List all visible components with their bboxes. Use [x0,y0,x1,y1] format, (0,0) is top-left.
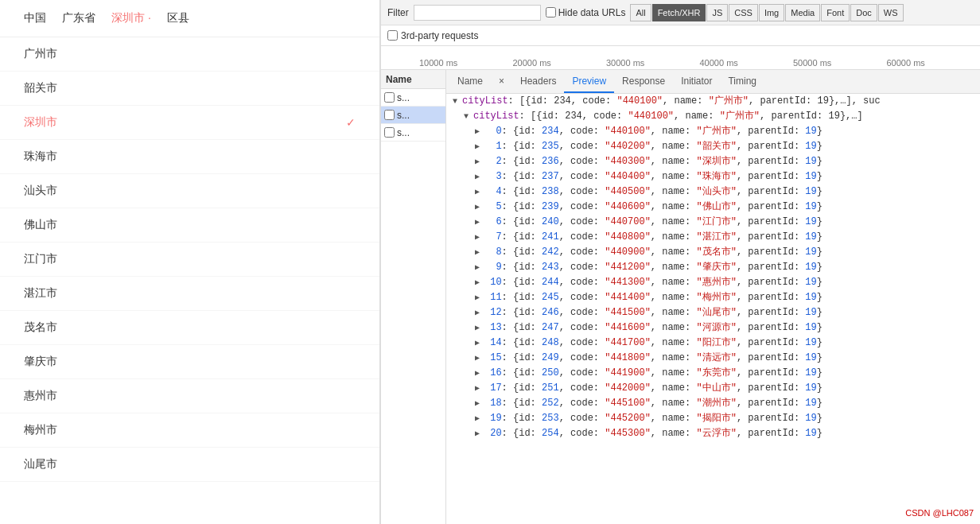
filter-btn-css[interactable]: CSS [729,4,758,21]
city-item-0[interactable]: 广州市 [0,37,379,72]
expand-icon[interactable]: ▶ [475,367,483,381]
city-item-6[interactable]: 江门市 [0,243,379,277]
expand-icon[interactable]: ▶ [475,427,483,441]
tab-headers[interactable]: Headers [512,70,564,93]
breadcrumb-item-2[interactable]: 深圳市 · [103,8,159,29]
tab-preview[interactable]: Preview [564,70,614,93]
expand-icon[interactable]: ▶ [475,200,483,215]
city-item-4[interactable]: 汕头市 [0,174,379,208]
city-item-2[interactable]: 深圳市✓ [0,106,379,140]
expand-icon[interactable]: ▶ [475,321,483,336]
preview-row: ▶ 4: {id: 238, code: "440500", name: "汕头… [446,184,980,200]
preview-row: ▶ 10: {id: 244, code: "441300", name: "惠… [446,275,980,290]
expand-icon[interactable]: ▶ [475,336,483,351]
preview-row: ▶ 14: {id: 248, code: "441700", name: "阳… [446,336,980,351]
filter-btn-all[interactable]: All [630,4,651,21]
city-selector-panel: 中国广东省深圳市 ·区县 广州市韶关市深圳市✓珠海市汕头市佛山市江门市湛江市茂名… [0,0,380,524]
check-icon: ✓ [346,116,356,129]
timeline-tick-2: 30000 ms [606,58,644,68]
preview-row: ▶ 3: {id: 237, code: "440400", name: "珠海… [446,169,980,184]
preview-row: ▶ 13: {id: 247, code: "441600", name: "河… [446,320,980,336]
filter-btn-img[interactable]: Img [759,4,784,21]
expand-icon[interactable]: ▶ [475,397,483,411]
timeline-tick-5: 60000 ms [887,58,925,68]
expand-icon[interactable]: ▶ [475,351,483,366]
preview-row: ▶ 5: {id: 239, code: "440600", name: "佛山… [446,200,980,215]
request-checkbox-0[interactable] [384,92,395,103]
city-name: 佛山市 [24,218,57,232]
timeline-tick-0: 10000 ms [419,58,457,68]
filter-btn-font[interactable]: Font [821,4,850,21]
city-item-8[interactable]: 茂名市 [0,311,379,345]
request-row-0[interactable]: s... [381,89,445,107]
filter-btn-js[interactable]: JS [706,4,728,21]
expand-icon[interactable]: ▼ [453,95,461,109]
tab-initiator[interactable]: Initiator [673,70,720,93]
expand-icon[interactable]: ▶ [475,231,483,245]
city-name: 韶关市 [24,81,57,95]
preview-row: ▼cityList: [{id: 234, code: "440100", na… [446,94,980,109]
preview-row: ▼cityList: [{id: 234, code: "440100", na… [446,109,980,124]
breadcrumb: 中国广东省深圳市 ·区县 [0,0,379,37]
city-item-3[interactable]: 珠海市 [0,140,379,174]
tab-name[interactable]: Name [449,70,491,93]
expand-icon[interactable]: ▶ [475,412,483,426]
expand-icon[interactable]: ▶ [475,155,483,169]
timeline-tick-4: 50000 ms [793,58,831,68]
expand-icon[interactable]: ▶ [475,215,483,230]
breadcrumb-item-1[interactable]: 广东省 [54,8,103,29]
tab-[interactable]: × [491,70,512,93]
expand-icon[interactable]: ▶ [475,382,483,396]
preview-content: ▼cityList: [{id: 234, code: "440100", na… [446,94,980,524]
filter-btn-media[interactable]: Media [785,4,820,21]
filter-input[interactable] [414,5,541,21]
expand-icon[interactable]: ▶ [475,306,483,320]
timeline-tick-1: 20000 ms [513,58,551,68]
timeline-bar: 10000 ms20000 ms30000 ms40000 ms50000 ms… [381,46,980,70]
breadcrumb-item-0[interactable]: 中国 [16,8,54,29]
hide-data-urls-checkbox[interactable] [546,7,556,17]
request-name-1: s... [397,110,410,121]
expand-icon[interactable]: ▶ [475,140,483,154]
city-item-5[interactable]: 佛山市 [0,208,379,243]
city-item-1[interactable]: 韶关市 [0,72,379,106]
network-request-list: Names...s...s... [381,70,446,524]
tab-response[interactable]: Response [614,70,673,93]
expand-icon[interactable]: ▶ [475,261,483,275]
expand-icon[interactable]: ▶ [475,291,483,305]
city-item-9[interactable]: 肇庆市 [0,345,379,379]
third-party-checkbox[interactable] [387,30,398,41]
city-item-11[interactable]: 梅州市 [0,413,379,448]
third-party-label[interactable]: 3rd-party requests [387,30,478,41]
devtools-tabs: Name×HeadersPreviewResponseInitiatorTimi… [446,70,980,94]
third-party-row: 3rd-party requests [381,25,980,46]
hide-data-urls-label[interactable]: Hide data URLs [546,7,626,18]
expand-icon[interactable]: ▶ [475,276,483,290]
expand-icon[interactable]: ▶ [475,185,483,200]
city-name: 汕头市 [24,184,57,198]
expand-icon[interactable]: ▶ [475,125,483,139]
preview-row: ▶ 19: {id: 253, code: "445200", name: "揭… [446,411,980,426]
request-checkbox-1[interactable] [384,110,395,120]
city-item-12[interactable]: 汕尾市 [0,448,379,482]
city-item-7[interactable]: 湛江市 [0,277,379,311]
preview-row: ▶ 7: {id: 241, code: "440800", name: "湛江… [446,230,980,245]
preview-row: ▶ 16: {id: 250, code: "441900", name: "东… [446,366,980,381]
expand-icon[interactable]: ▼ [464,110,472,124]
breadcrumb-item-3[interactable]: 区县 [159,8,197,29]
city-name: 肇庆市 [24,355,57,369]
request-row-1[interactable]: s... [381,107,445,124]
request-row-2[interactable]: s... [381,124,445,142]
request-checkbox-2[interactable] [384,127,395,138]
city-name: 深圳市 [24,115,57,130]
city-item-10[interactable]: 惠州市 [0,379,379,413]
filter-btn-fetch/xhr[interactable]: Fetch/XHR [652,4,706,21]
filter-btn-doc[interactable]: Doc [850,4,877,21]
city-name: 惠州市 [24,389,57,403]
filter-type-buttons: AllFetch/XHRJSCSSImgMediaFontDocWS [630,4,903,21]
expand-icon[interactable]: ▶ [475,246,483,260]
preview-row: ▶ 18: {id: 252, code: "445100", name: "潮… [446,396,980,411]
filter-btn-ws[interactable]: WS [878,4,904,21]
tab-timing[interactable]: Timing [720,70,764,93]
expand-icon[interactable]: ▶ [475,170,483,184]
